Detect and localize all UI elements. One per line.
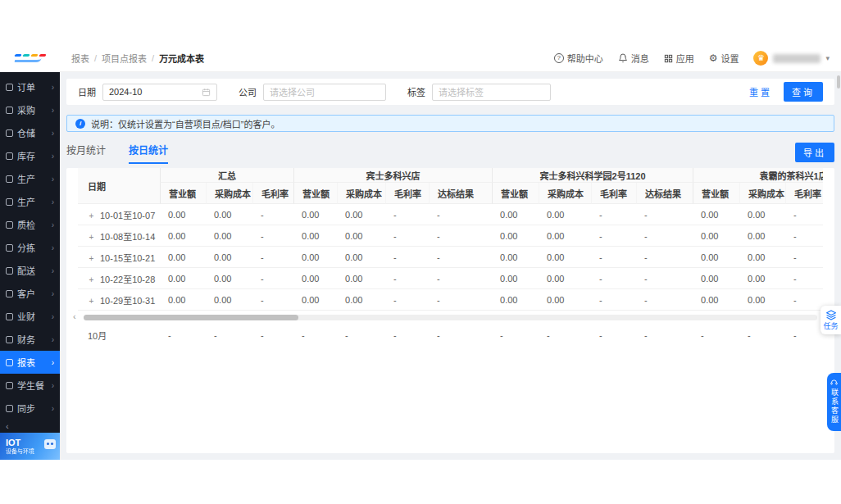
sidebar-item-8[interactable]: 配送› xyxy=(0,259,60,282)
row-date: +10-15至10-21 xyxy=(78,247,160,268)
cell-value: - xyxy=(785,247,823,268)
chevron-right-icon: › xyxy=(52,106,54,115)
summary-cell: - xyxy=(785,325,823,346)
cell-value: 0.00 xyxy=(539,225,591,247)
company-filter-input[interactable]: 请选择公司 xyxy=(263,84,386,101)
expand-row-icon[interactable]: + xyxy=(88,297,95,306)
sidebar-item-7[interactable]: 分拣› xyxy=(0,236,60,259)
chevron-right-icon: › xyxy=(52,129,54,138)
cell-value: 0.00 xyxy=(206,247,252,268)
summary-cell: - xyxy=(492,325,539,346)
task-float-button[interactable]: 任务 xyxy=(821,306,841,334)
breadcrumb-separator: / xyxy=(152,53,154,63)
expand-row-icon[interactable]: + xyxy=(88,254,95,263)
column-header: 采购成本 xyxy=(539,183,591,204)
cell-value: - xyxy=(636,204,693,225)
sidebar-item-label: 报表 xyxy=(17,356,48,369)
breadcrumb-item[interactable]: 报表 xyxy=(71,52,89,65)
page-scrollbar-thumb[interactable] xyxy=(837,75,840,89)
row-date: +10-29至10-31 xyxy=(78,289,160,311)
inventory-icon xyxy=(6,152,13,160)
sidebar-item-3[interactable]: 库存› xyxy=(0,144,60,167)
search-button[interactable]: 查询 xyxy=(784,82,823,102)
sidebar-item-9[interactable]: 客户› xyxy=(0,282,60,305)
sidebar-item-label: 库存 xyxy=(17,149,48,162)
report-table: 日期汇总宾士多科兴店宾士多科兴科学园2号1120袁霸的茶科兴1店 营业额采购成本… xyxy=(78,168,823,311)
user-menu[interactable]: ♛ ▾ xyxy=(753,51,830,66)
sidebar-item-10[interactable]: 业财› xyxy=(0,305,60,328)
sidebar-item-1[interactable]: 采购› xyxy=(0,98,60,121)
cell-value: - xyxy=(252,247,293,268)
reset-button[interactable]: 重置 xyxy=(749,85,772,98)
sidebar-item-12[interactable]: 报表› xyxy=(0,351,60,374)
date-filter-value: 2024-10 xyxy=(109,87,142,97)
sidebar-collapse-button[interactable]: ‹ xyxy=(0,420,60,433)
chevron-right-icon: › xyxy=(52,381,54,390)
chevron-right-icon: › xyxy=(52,152,54,161)
breadcrumb-item[interactable]: 项目点报表 xyxy=(102,52,147,65)
chevron-right-icon: › xyxy=(52,198,54,207)
sidebar-item-label: 生产 xyxy=(17,195,48,208)
help-center-label: 帮助中心 xyxy=(567,52,603,65)
help-center-button[interactable]: ? 帮助中心 xyxy=(554,52,603,65)
column-header: 采购成本 xyxy=(337,183,385,204)
column-header: 营业额 xyxy=(693,183,739,204)
iot-banner[interactable]: IOT 设备与环境 xyxy=(0,433,60,460)
purchase-icon xyxy=(6,107,13,114)
column-header: 达标结果 xyxy=(636,183,693,204)
contact-service-button[interactable]: 联系客服 xyxy=(827,373,841,431)
expand-row-icon[interactable]: + xyxy=(88,275,95,284)
cell-value: - xyxy=(636,247,693,268)
date-filter-input[interactable]: 2024-10 xyxy=(102,84,217,101)
table-row: +10-01至10-070.000.00-0.000.00--0.000.00-… xyxy=(78,204,823,225)
cell-value: 0.00 xyxy=(293,204,337,225)
column-header: 毛利率 xyxy=(591,183,636,204)
cell-value: 0.00 xyxy=(539,289,591,311)
sidebar-item-4[interactable]: 生产› xyxy=(0,167,60,190)
tag-filter-input[interactable]: 请选择标签 xyxy=(432,84,551,101)
cell-value: - xyxy=(785,204,823,225)
messages-button[interactable]: 消息 xyxy=(618,52,649,65)
scrollbar-thumb[interactable] xyxy=(84,315,298,320)
sidebar-item-14[interactable]: 同步› xyxy=(0,397,60,420)
sidebar-item-2[interactable]: 仓储› xyxy=(0,121,60,144)
cell-value: 0.00 xyxy=(739,289,785,311)
sidebar-item-11[interactable]: 财务› xyxy=(0,328,60,351)
info-alert: i 说明：仅统计设置为“自营项目点/档口”的客户。 xyxy=(66,115,834,132)
chevron-right-icon: › xyxy=(52,220,54,229)
cell-value: 0.00 xyxy=(492,247,539,268)
chevron-right-icon: › xyxy=(52,404,54,413)
cell-value: 0.00 xyxy=(693,268,739,289)
breadcrumb: 报表/项目点报表/万元成本表 xyxy=(71,52,204,65)
scroll-left-icon[interactable]: ‹ xyxy=(73,311,76,322)
chevron-right-icon: › xyxy=(52,175,54,184)
sidebar-item-13[interactable]: 学生餐› xyxy=(0,374,60,397)
scrollbar-track[interactable] xyxy=(84,315,817,320)
question-circle-icon: ? xyxy=(554,53,564,63)
summary-cell: - xyxy=(385,325,429,346)
summary-viewport: 10月-------------- xyxy=(78,325,823,346)
settings-button[interactable]: ⚙ 设置 xyxy=(709,52,739,65)
sidebar-item-0[interactable]: 订单› xyxy=(0,75,60,98)
reports-icon xyxy=(6,359,13,366)
cell-value: 0.00 xyxy=(539,247,591,268)
breadcrumb-item: 万元成本表 xyxy=(159,52,204,65)
expand-row-icon[interactable]: + xyxy=(88,233,95,242)
cell-value: - xyxy=(385,289,429,311)
tab-monthly-stats[interactable]: 按月统计 xyxy=(66,143,106,164)
cell-value: 0.00 xyxy=(539,268,591,289)
tab-daily-stats[interactable]: 按日统计 xyxy=(129,143,168,164)
cell-value: 0.00 xyxy=(293,247,337,268)
cell-value: - xyxy=(636,289,693,311)
column-header: 毛利率 xyxy=(252,183,293,204)
sidebar-item-6[interactable]: 质检› xyxy=(0,213,60,236)
expand-row-icon[interactable]: + xyxy=(88,211,95,220)
summary-cell: - xyxy=(636,325,693,346)
production-icon xyxy=(6,175,13,183)
sidebar-item-5[interactable]: 生产› xyxy=(0,190,60,213)
collapse-icon: ‹ xyxy=(6,421,9,431)
export-button[interactable]: 导出 xyxy=(795,143,834,162)
breadcrumb-separator: / xyxy=(94,53,97,63)
sidebar-menu: 订单›采购›仓储›库存›生产›生产›质检›分拣›配送›客户›业财›财务›报表›学… xyxy=(0,72,60,420)
apps-button[interactable]: 应用 xyxy=(664,52,694,65)
